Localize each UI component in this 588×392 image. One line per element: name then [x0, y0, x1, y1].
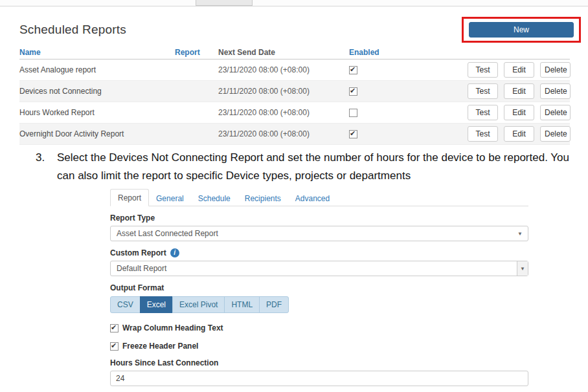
- new-button[interactable]: New: [469, 22, 574, 38]
- hours-input[interactable]: [110, 371, 528, 386]
- header-row: Scheduled Reports New: [19, 17, 581, 43]
- report-type-value: Asset Last Connected Report: [117, 229, 218, 238]
- enabled-checkbox[interactable]: [349, 87, 357, 96]
- next-send-date: 23/11/2020 08:00 (+08:00): [218, 108, 348, 117]
- test-button[interactable]: Test: [468, 62, 498, 78]
- enabled-checkbox[interactable]: [349, 66, 357, 74]
- delete-button[interactable]: Delete: [540, 83, 571, 99]
- table-row: Overnight Door Activity Report 23/11/202…: [19, 124, 570, 145]
- custom-report-select[interactable]: Default Report ▼: [110, 261, 528, 276]
- table-row: Hours Worked Report 23/11/2020 08:00 (+0…: [19, 102, 570, 124]
- enabled-checkbox[interactable]: [349, 109, 357, 117]
- enabled-checkbox[interactable]: [349, 130, 357, 138]
- actions-cell: Test Edit Delete: [468, 105, 571, 120]
- actions-cell: Test Edit Delete: [468, 126, 571, 142]
- partial-tab: [196, 0, 253, 6]
- report-name: Asset Analogue report: [19, 65, 175, 74]
- report-type-select[interactable]: Asset Last Connected Report ▼: [110, 226, 528, 241]
- custom-report-value: Default Report: [117, 264, 166, 273]
- actions-cell: Test Edit Delete: [468, 62, 571, 78]
- freeze-header-label: Freeze Header Panel: [122, 342, 198, 351]
- format-html-button[interactable]: HTML: [224, 296, 260, 313]
- report-name: Overnight Door Activity Report: [19, 129, 175, 138]
- chevron-down-icon: ▼: [517, 231, 528, 237]
- test-button[interactable]: Test: [468, 83, 498, 99]
- hours-label: Hours Since Last Connection: [110, 358, 528, 367]
- step-text: Select the Devices Not Connecting Report…: [57, 149, 576, 185]
- enabled-cell: [348, 129, 468, 138]
- hours-field: Hours Since Last Connection: [110, 358, 528, 386]
- highlight-box: New: [462, 17, 581, 43]
- test-button[interactable]: Test: [468, 105, 498, 120]
- enabled-cell: [348, 87, 468, 96]
- output-format-group: CSV Excel Excel Pivot HTML PDF: [110, 296, 528, 313]
- custom-report-label-row: Custom Report i: [110, 248, 528, 257]
- chevron-down-icon: ▼: [517, 261, 528, 276]
- test-button[interactable]: Test: [468, 126, 498, 142]
- actions-cell: Test Edit Delete: [468, 83, 571, 99]
- format-excel-pivot-button[interactable]: Excel Pivot: [172, 296, 225, 313]
- wrap-column-row: Wrap Column Heading Text: [110, 323, 528, 333]
- tab-bar: Report General Schedule Recipients Advan…: [110, 189, 528, 206]
- page: Scheduled Reports New Name Report Next S…: [0, 0, 588, 392]
- format-pdf-button[interactable]: PDF: [259, 296, 289, 313]
- enabled-cell: [348, 65, 468, 74]
- scheduled-reports-table: Name Report Next Send Date Enabled Asset…: [19, 45, 570, 145]
- custom-report-label: Custom Report: [110, 248, 166, 257]
- format-excel-button[interactable]: Excel: [140, 296, 173, 313]
- column-header-report: Report: [175, 48, 218, 57]
- info-icon[interactable]: i: [170, 248, 179, 257]
- step-number: 3.: [36, 149, 57, 185]
- edit-button[interactable]: Edit: [504, 83, 534, 99]
- delete-button[interactable]: Delete: [540, 62, 571, 78]
- format-csv-button[interactable]: CSV: [110, 296, 141, 313]
- report-type-field: Report Type Asset Last Connected Report …: [110, 213, 528, 241]
- report-name: Hours Worked Report: [19, 108, 175, 117]
- column-header-next-send-date: Next Send Date: [218, 48, 348, 57]
- table-row: Asset Analogue report 23/11/2020 08:00 (…: [19, 60, 570, 81]
- custom-report-field: Custom Report i Default Report ▼: [110, 248, 528, 276]
- table-header: Name Report Next Send Date Enabled: [19, 45, 570, 60]
- column-header-enabled: Enabled: [348, 48, 468, 57]
- output-format-label: Output Format: [110, 283, 528, 292]
- table-row: Devices not Connecting 21/11/2020 08:00 …: [19, 81, 570, 102]
- column-header-name: Name: [19, 48, 175, 57]
- wrap-column-checkbox[interactable]: [110, 324, 119, 332]
- report-type-label: Report Type: [110, 213, 528, 223]
- freeze-header-checkbox[interactable]: [110, 342, 119, 351]
- delete-button[interactable]: Delete: [540, 105, 571, 120]
- edit-button[interactable]: Edit: [504, 126, 534, 142]
- tab-schedule[interactable]: Schedule: [191, 190, 238, 206]
- tab-report[interactable]: Report: [110, 189, 149, 206]
- tab-recipients[interactable]: Recipients: [238, 190, 288, 206]
- output-format-field: Output Format CSV Excel Excel Pivot HTML…: [110, 283, 528, 313]
- freeze-header-row: Freeze Header Panel: [110, 341, 528, 351]
- edit-button[interactable]: Edit: [504, 62, 534, 78]
- delete-button[interactable]: Delete: [540, 126, 571, 142]
- tab-general[interactable]: General: [149, 190, 191, 206]
- report-name: Devices not Connecting: [19, 87, 175, 96]
- enabled-cell: [348, 108, 468, 117]
- next-send-date: 23/11/2020 08:00 (+08:00): [218, 129, 348, 138]
- edit-button[interactable]: Edit: [504, 105, 534, 120]
- next-send-date: 23/11/2020 08:00 (+08:00): [218, 65, 348, 74]
- wrap-column-label: Wrap Column Heading Text: [122, 323, 223, 332]
- tab-advanced[interactable]: Advanced: [288, 190, 337, 206]
- step-instruction: 3. Select the Devices Not Connecting Rep…: [36, 149, 576, 185]
- page-title: Scheduled Reports: [19, 23, 126, 37]
- report-form: Report General Schedule Recipients Advan…: [110, 189, 528, 386]
- next-send-date: 21/11/2020 08:00 (+08:00): [218, 87, 348, 96]
- top-strip: [0, 0, 588, 6]
